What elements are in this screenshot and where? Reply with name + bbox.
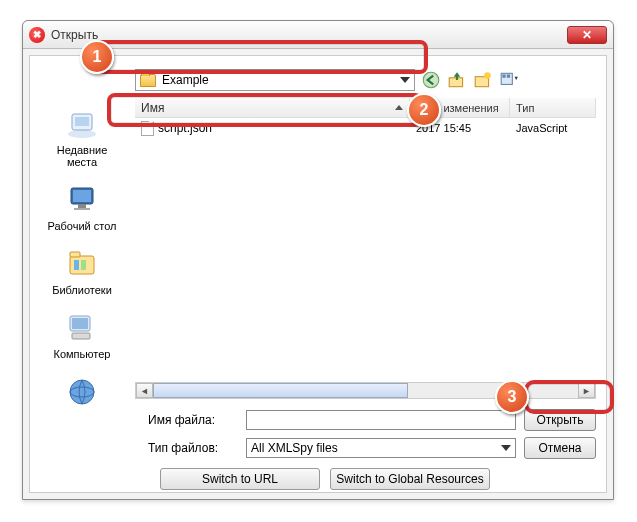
open-button[interactable]: Открыть (524, 409, 596, 431)
svg-rect-12 (78, 204, 86, 208)
computer-icon (62, 310, 102, 346)
scroll-track[interactable] (153, 383, 578, 398)
libraries-icon (62, 246, 102, 282)
network-icon (62, 374, 102, 410)
svg-rect-19 (72, 318, 88, 329)
svg-point-21 (70, 380, 94, 404)
lookin-toolbar: Example (135, 66, 596, 94)
sidebar-recent[interactable]: Недавние места (37, 102, 127, 172)
filename-label: Имя файла: (148, 413, 238, 427)
filetype-label: Тип файлов: (148, 441, 238, 455)
svg-rect-9 (75, 117, 89, 126)
dialog-content: Example Недавние места Рабочий стол Библ… (29, 55, 607, 493)
sort-ascending-icon (395, 105, 403, 110)
filename-row: Имя файла: Открыть (148, 408, 596, 432)
svg-rect-17 (81, 260, 86, 270)
lookin-combo[interactable]: Example (135, 69, 415, 91)
filetype-value: All XMLSpy files (251, 441, 501, 455)
cancel-button[interactable]: Отмена (524, 437, 596, 459)
sidebar-network[interactable] (37, 370, 127, 416)
sidebar-computer-label: Компьютер (54, 348, 111, 360)
switch-to-url-button[interactable]: Switch to URL (160, 468, 320, 490)
window-title: Открыть (51, 28, 567, 42)
filetype-combo[interactable]: All XMLSpy files (246, 438, 516, 458)
svg-rect-1 (449, 78, 462, 87)
svg-rect-13 (74, 208, 90, 210)
column-type[interactable]: Тип (510, 98, 596, 117)
recent-places-icon (62, 106, 102, 142)
file-type-cell: JavaScript (510, 122, 596, 134)
file-date-cell: 2017 15:45 (410, 122, 510, 134)
desktop-icon (62, 182, 102, 218)
sidebar-desktop[interactable]: Рабочий стол (37, 178, 127, 236)
column-name[interactable]: Имя (135, 98, 410, 117)
horizontal-scrollbar[interactable]: ◄ ► (135, 382, 596, 399)
sidebar-recent-label: Недавние места (57, 144, 108, 168)
view-menu-button[interactable] (499, 70, 519, 90)
switch-row: Switch to URL Switch to Global Resources (160, 468, 596, 490)
sidebar-computer[interactable]: Компьютер (37, 306, 127, 364)
app-icon: ✖ (29, 27, 45, 43)
close-button[interactable]: ✕ (567, 26, 607, 44)
folder-icon (140, 74, 156, 87)
file-row[interactable]: script.json 2017 15:45 JavaScript (135, 118, 596, 138)
filetype-row: Тип файлов: All XMLSpy files Отмена (148, 436, 596, 460)
svg-point-7 (68, 130, 96, 138)
chevron-down-icon (400, 77, 410, 83)
titlebar[interactable]: ✖ Открыть ✕ (23, 21, 613, 49)
open-dialog: ✖ Открыть ✕ Example Недавние места Рабоч… (22, 20, 614, 500)
switch-to-global-button[interactable]: Switch to Global Resources (330, 468, 490, 490)
svg-rect-5 (502, 74, 505, 77)
file-list[interactable]: Имя Дата изменения Тип script.json 2017 … (135, 98, 596, 164)
new-folder-button[interactable] (473, 70, 493, 90)
sidebar-libraries-label: Библиотеки (52, 284, 112, 296)
file-name: script.json (158, 121, 212, 135)
svg-rect-11 (73, 190, 91, 202)
file-icon (141, 121, 154, 136)
up-one-level-button[interactable] (447, 70, 467, 90)
file-name-cell: script.json (135, 121, 410, 136)
places-sidebar: Недавние места Рабочий стол Библиотеки К… (34, 98, 130, 482)
scroll-left-button[interactable]: ◄ (136, 383, 153, 398)
svg-point-0 (423, 72, 439, 88)
svg-rect-20 (72, 333, 90, 339)
back-button[interactable] (421, 70, 441, 90)
scroll-thumb[interactable] (153, 383, 408, 398)
sidebar-desktop-label: Рабочий стол (47, 220, 116, 232)
svg-rect-6 (507, 74, 510, 77)
scroll-right-button[interactable]: ► (578, 383, 595, 398)
svg-point-3 (484, 72, 491, 79)
filename-input[interactable] (246, 410, 516, 430)
file-list-header[interactable]: Имя Дата изменения Тип (135, 98, 596, 118)
column-date[interactable]: Дата изменения (410, 98, 510, 117)
sidebar-libraries[interactable]: Библиотеки (37, 242, 127, 300)
chevron-down-icon (501, 445, 511, 451)
lookin-folder-name: Example (162, 73, 400, 87)
svg-rect-15 (70, 252, 80, 257)
svg-rect-16 (74, 260, 79, 270)
